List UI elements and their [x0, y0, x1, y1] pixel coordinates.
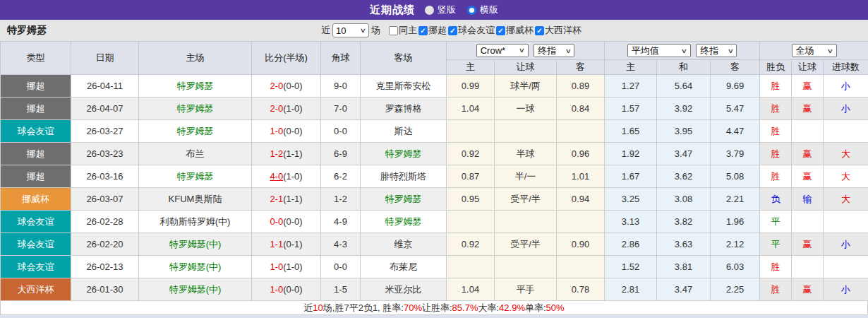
type-badge: 挪超	[1, 143, 71, 165]
home-team: 特罗姆瑟	[139, 120, 252, 143]
sub-header-goals: 进球数	[824, 60, 868, 75]
date-cell: 26-03-16	[71, 165, 139, 188]
date-cell: 26-03-07	[71, 188, 139, 211]
league-checkbox-0[interactable]: 同主	[389, 24, 417, 37]
summary-segment: 场,胜7平2负1, 胜率:	[323, 302, 404, 314]
euro-time-select[interactable]: 终指 ∨	[696, 44, 737, 57]
goals-result-cell	[824, 120, 868, 143]
date-cell: 26-02-13	[71, 256, 139, 278]
home-team: 布兰	[139, 143, 252, 165]
chevron-down-icon: ∨	[565, 47, 571, 54]
corner-cell: 6-2	[321, 165, 361, 188]
results-table: 类型 日期 主场 比分(半场) 角球 客场 Crow* ∨ 终指 ∨	[0, 41, 868, 301]
home-team: 利勒斯特罗姆(中)	[139, 211, 252, 233]
handicap-result-cell: 赢	[792, 233, 824, 256]
asian-home-odds: 0.92	[447, 143, 495, 165]
euro-away-odds: 5.08	[711, 165, 760, 188]
type-badge: 挪威杯	[1, 188, 71, 211]
handicap-result-cell: 赢	[792, 75, 824, 98]
league-checkbox-1[interactable]: ✓挪超	[418, 24, 447, 37]
asian-away-odds: 0.89	[557, 75, 605, 98]
date-cell: 26-04-07	[71, 98, 139, 120]
handicap-result-cell: 输	[792, 188, 824, 211]
asian-handicap-line	[495, 256, 557, 278]
summary-row: 近10场,胜7平2负1, 胜率:70% 让胜率:85.7% 大率:42.9% 单…	[0, 301, 868, 315]
type-badge: 球会友谊	[1, 211, 71, 233]
outcome-cell: 平	[760, 233, 792, 256]
scope-select[interactable]: 全场 ∨	[792, 44, 837, 57]
score-cell: 1-0(1-0)	[252, 256, 321, 278]
euro-home-odds: 2.81	[605, 278, 657, 301]
corner-cell: 1-2	[321, 188, 361, 211]
outcome-cell: 胜	[760, 256, 792, 278]
asian-away-odds: 0.90	[557, 233, 605, 256]
match-count-value: 10	[336, 25, 346, 36]
asian-handicap-line	[495, 211, 557, 233]
goals-result-cell: 大	[824, 188, 868, 211]
checkbox-label: 挪威杯	[506, 24, 534, 37]
checkbox-icon[interactable]: ✓	[496, 26, 505, 35]
euro-away-odds: 2.21	[711, 188, 760, 211]
outcome-cell: 负	[760, 188, 792, 211]
euro-home-odds: 3.25	[605, 188, 657, 211]
away-team: 克里斯蒂安松	[361, 75, 447, 98]
type-badge: 球会友谊	[1, 256, 71, 278]
match-row: 大西洋杯26-01-30特罗姆瑟(中)1-0(0-0)1-5米亚尔比1.04平手…	[1, 278, 868, 301]
goals-result-cell: 大	[824, 165, 868, 188]
asian-home-odds: 0.99	[447, 75, 495, 98]
asian-company-select[interactable]: Crow* ∨	[476, 44, 529, 57]
summary-segment: 85.7%	[452, 302, 478, 313]
asian-time-select[interactable]: 终指 ∨	[534, 44, 574, 57]
radio-button-icon[interactable]	[467, 6, 476, 15]
asian-time-value: 终指	[538, 45, 556, 57]
match-row: 挪威杯26-03-07KFUM奥斯陆2-1(1-1)1-2特罗姆瑟0.95受平/…	[1, 188, 868, 211]
corner-cell: 0-0	[321, 120, 361, 143]
score-cell: 1-2(1-1)	[252, 143, 321, 165]
home-team: 特罗姆瑟	[139, 75, 252, 98]
result-group-header: 全场 ∨	[760, 42, 868, 60]
corner-cell: 1-5	[321, 278, 361, 301]
sub-header-euro-draw: 和	[657, 60, 711, 75]
home-team: 特罗姆瑟(中)	[139, 278, 252, 301]
asian-home-odds: 0.95	[447, 188, 495, 211]
corner-cell: 0-0	[321, 256, 361, 278]
type-badge: 大西洋杯	[1, 278, 71, 301]
handicap-result-cell: 赢	[792, 165, 824, 188]
outcome-cell: 平	[760, 211, 792, 233]
euro-away-odds: 6.03	[711, 256, 760, 278]
league-checkbox-4[interactable]: ✓大西洋杯	[535, 24, 581, 37]
checkbox-label: 大西洋杯	[545, 24, 581, 37]
checkbox-icon[interactable]	[389, 26, 398, 35]
euro-draw-odds: 3.63	[657, 233, 711, 256]
checkbox-icon[interactable]: ✓	[535, 26, 544, 35]
asian-away-odds	[557, 211, 605, 233]
asian-away-odds: 0.94	[557, 188, 605, 211]
radio-button-icon[interactable]	[425, 6, 434, 15]
summary-segment: 大率:	[478, 302, 499, 314]
radio-horizontal-label: 横版	[480, 4, 498, 16]
league-checkbox-3[interactable]: ✓挪威杯	[496, 24, 534, 37]
league-checkbox-group: 同主✓挪超✓球会友谊✓挪威杯✓大西洋杯	[389, 24, 581, 37]
checkbox-icon[interactable]: ✓	[448, 26, 457, 35]
date-cell: 26-03-27	[71, 120, 139, 143]
filter-controls: 近 10 ∨ 场 同主✓挪超✓球会友谊✓挪威杯✓大西洋杯	[321, 20, 581, 41]
handicap-result-cell: 赢	[792, 278, 824, 301]
match-count-select[interactable]: 10 ∨	[332, 23, 369, 37]
score-cell: 2-0(1-0)	[252, 98, 321, 120]
match-row: 挪超26-04-11特罗姆瑟2-0(0-0)9-0克里斯蒂安松0.99球半/两0…	[1, 75, 868, 98]
euro-away-odds: 5.47	[711, 98, 760, 120]
handicap-result-cell: 赢	[792, 143, 824, 165]
goals-result-cell	[824, 211, 868, 233]
goals-result-cell: 大	[824, 143, 868, 165]
chevron-down-icon: ∨	[519, 47, 525, 54]
radio-vertical-layout[interactable]: 竖版	[425, 4, 456, 16]
euro-home-odds: 1.27	[605, 75, 657, 98]
outcome-cell: 胜	[760, 75, 792, 98]
radio-horizontal-layout[interactable]: 横版	[467, 4, 498, 16]
match-row: 球会友谊26-02-13特罗姆瑟(中)1-0(1-0)0-0布莱尼1.523.8…	[1, 256, 868, 278]
away-team: 特罗姆瑟	[361, 211, 447, 233]
league-checkbox-2[interactable]: ✓球会友谊	[448, 24, 495, 37]
away-team: 布莱尼	[361, 256, 447, 278]
euro-company-select[interactable]: 平均值 ∨	[627, 44, 691, 57]
checkbox-icon[interactable]: ✓	[418, 26, 428, 35]
